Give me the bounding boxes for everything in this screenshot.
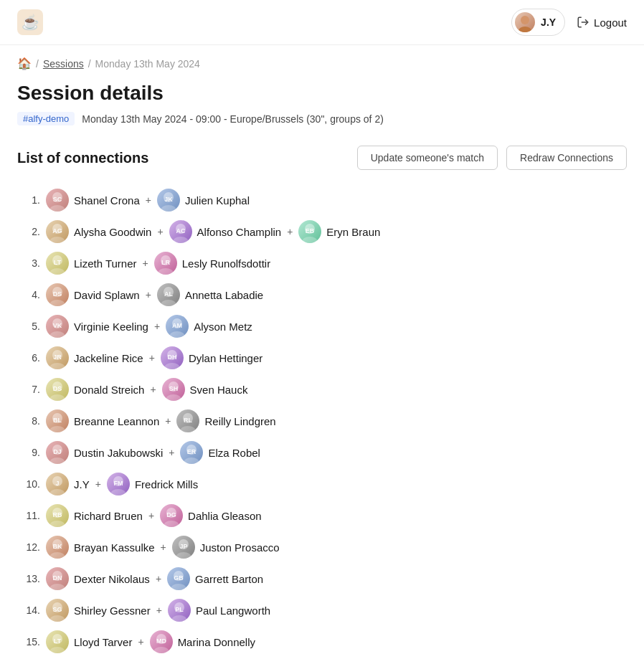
avatar: JR (46, 346, 69, 369)
person-name: Juston Prosacco (200, 541, 280, 554)
svg-text:RB: RB (53, 511, 62, 518)
person: SG Shirley Gessner (46, 599, 151, 622)
person: RB Richard Bruen (46, 504, 143, 527)
connection-num: 10. (17, 478, 40, 490)
svg-text:DS: DS (53, 290, 62, 298)
svg-text:MD: MD (156, 637, 166, 645)
svg-point-57 (49, 457, 65, 464)
svg-point-12 (49, 237, 65, 243)
plus-sign: + (148, 510, 154, 521)
plus-sign: + (149, 352, 155, 364)
connection-num: 6. (17, 352, 40, 364)
person-name: Brayan Kassulke (74, 541, 155, 554)
person-name: Julien Kuphal (185, 194, 250, 207)
person: RL Reilly Lindgren (176, 409, 275, 432)
person: AC Alfonso Champlin (169, 220, 282, 243)
avatar: VK (46, 315, 69, 338)
person-name: Elza Robel (208, 447, 260, 459)
svg-text:DN: DN (53, 574, 62, 582)
connection-item: 6. JR Jackeline Rice+ DH Dylan Hettinger (17, 342, 627, 374)
svg-text:ER: ER (187, 448, 196, 455)
avatar: AC (169, 220, 192, 243)
svg-point-39 (49, 363, 65, 369)
avatar: SC (46, 189, 69, 212)
logout-icon (577, 16, 589, 29)
svg-text:SH: SH (169, 385, 178, 392)
plus-sign: + (154, 321, 160, 332)
person-name: Reilly Lindgren (204, 415, 275, 427)
person-name: Shirley Gessner (74, 605, 151, 617)
avatar: JK (157, 189, 180, 212)
svg-point-6 (49, 205, 65, 212)
svg-point-36 (169, 331, 185, 338)
svg-text:AM: AM (172, 322, 182, 329)
breadcrumb-sep1: / (36, 58, 39, 70)
svg-point-3 (518, 27, 531, 32)
person-name: Annetta Labadie (185, 289, 263, 301)
person-name: Jackeline Rice (74, 352, 143, 364)
connection-num: 8. (17, 415, 40, 427)
avatar: DN (46, 567, 69, 590)
plus-sign: + (161, 541, 166, 553)
svg-point-51 (49, 426, 65, 432)
svg-text:JP: JP (179, 543, 187, 550)
avatar: DS (46, 378, 69, 401)
person: JR Jackeline Rice (46, 346, 143, 369)
header: ☕ J.Y Logout (0, 0, 644, 45)
person: AM Alyson Metz (166, 315, 252, 338)
breadcrumb: 🏠 / Sessions / Monday 13th May 2024 (0, 45, 644, 76)
person: DH Dylan Hettinger (161, 346, 262, 369)
connection-num: 15. (17, 636, 40, 648)
plus-sign: + (169, 447, 174, 458)
person-name: Virginie Keeling (74, 321, 148, 333)
session-info: Monday 13th May 2024 - 09:00 - Europe/Br… (82, 113, 384, 125)
home-icon[interactable]: 🏠 (17, 57, 32, 70)
plus-sign: + (146, 194, 151, 206)
avatar (515, 12, 535, 32)
connection-item: 15. LT Lloyd Tarver+ MD Marina Donnelly (17, 626, 627, 658)
connection-num: 3. (17, 257, 40, 269)
header-right: J.Y Logout (511, 9, 627, 36)
update-match-button[interactable]: Update someone's match (357, 146, 498, 170)
avatar: ER (180, 441, 203, 464)
plus-sign: + (165, 415, 171, 427)
connection-num: 1. (17, 194, 40, 206)
person: AG Alysha Goodwin (46, 220, 151, 243)
person: JP Juston Prosacco (172, 536, 280, 559)
connection-item: 4. DS David Splawn+ AL Annetta Labadie (17, 279, 627, 310)
connection-num: 9. (17, 447, 40, 458)
breadcrumb-current: Monday 13th May 2024 (95, 58, 200, 70)
person: DS Donald Streich (46, 378, 144, 401)
avatar: AM (166, 315, 189, 338)
svg-point-27 (49, 300, 65, 306)
svg-point-24 (158, 268, 174, 275)
person-name: Donald Streich (74, 384, 144, 396)
breadcrumb-sessions[interactable]: Sessions (43, 58, 84, 70)
person-name: Eryn Braun (326, 226, 380, 238)
avatar: LT (46, 252, 69, 275)
redraw-connections-button[interactable]: Redraw Connections (506, 146, 627, 170)
connection-item: 5. VK Virginie Keeling+ AM Alyson Metz (17, 310, 627, 342)
connection-item: 3. LT Lizeth Turner+ LR Lesly Runolfsdot… (17, 247, 627, 279)
connection-list: 1. SC Shanel Crona+ JK Julien Kuphal2. A… (17, 184, 627, 659)
svg-text:JR: JR (53, 354, 62, 361)
avatar: BK (46, 536, 69, 559)
svg-point-21 (49, 268, 65, 275)
person-name: Alyson Metz (194, 321, 252, 333)
person-name: Dylan Hettinger (189, 352, 262, 364)
user-badge[interactable]: J.Y (511, 9, 565, 36)
avatar: EB (298, 220, 321, 243)
connection-num: 12. (17, 541, 40, 553)
person: GB Garrett Barton (167, 567, 263, 590)
svg-text:FM: FM (113, 480, 123, 487)
plus-sign: + (150, 384, 156, 395)
plus-sign: + (287, 226, 293, 237)
avatar: LT (46, 630, 69, 653)
person-name: Dustin Jakubowski (74, 447, 163, 459)
logout-button[interactable]: Logout (577, 16, 627, 29)
svg-text:AG: AG (52, 227, 62, 234)
connection-num: 4. (17, 289, 40, 300)
svg-text:LT: LT (54, 637, 62, 645)
avatar: PL (168, 599, 191, 622)
svg-text:LT: LT (54, 259, 62, 266)
